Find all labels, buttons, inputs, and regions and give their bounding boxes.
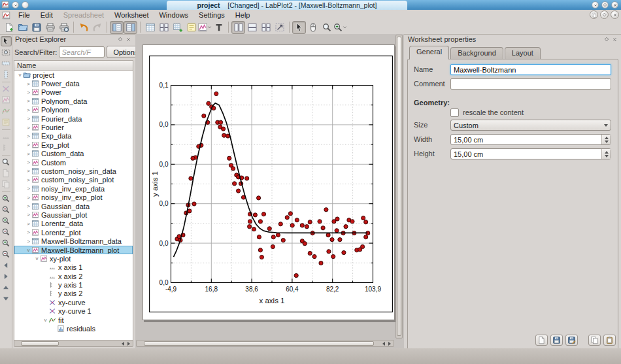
tree-item-custom-noisy-sin-data[interactable]: >custom_noisy_sin_data bbox=[14, 167, 133, 175]
menu-help[interactable]: Help bbox=[230, 10, 256, 20]
tree-item-custom-data[interactable]: >Custom_data bbox=[14, 150, 133, 158]
template-edit-button[interactable] bbox=[565, 335, 578, 346]
expand-icon[interactable]: > bbox=[25, 186, 31, 191]
template-load-button[interactable] bbox=[535, 335, 548, 346]
tree-item-project[interactable]: vproject bbox=[14, 71, 133, 79]
window-pin-button[interactable] bbox=[22, 1, 29, 8]
expand-icon[interactable]: > bbox=[25, 221, 31, 227]
tree-item-y-axis-1[interactable]: y axis 1 bbox=[14, 280, 133, 289]
worksheet-hscrollbar[interactable] bbox=[136, 340, 394, 347]
expand-icon[interactable]: > bbox=[25, 81, 31, 87]
select-button[interactable] bbox=[1, 36, 12, 46]
tree-column-header[interactable]: Name bbox=[14, 60, 133, 71]
tree-item-xy-curve[interactable]: xy-curve bbox=[14, 298, 133, 306]
collapse-icon[interactable]: v bbox=[17, 72, 23, 78]
select-mode-button[interactable] bbox=[292, 21, 306, 34]
new-matrix-button[interactable] bbox=[157, 21, 171, 34]
shift-up-y-button[interactable] bbox=[1, 282, 12, 293]
expand-icon[interactable]: > bbox=[25, 159, 31, 165]
window-shade-button[interactable] bbox=[12, 1, 19, 8]
navigate-mode-button[interactable] bbox=[306, 21, 320, 34]
tab-background[interactable]: Background bbox=[450, 47, 503, 59]
new-spreadsheet-button[interactable] bbox=[143, 21, 157, 34]
menu-worksheet[interactable]: Worksheet bbox=[109, 10, 154, 20]
expand-icon[interactable]: > bbox=[25, 142, 31, 148]
shift-right-x-button[interactable] bbox=[1, 271, 12, 282]
tree-item-residuals[interactable]: residuals bbox=[14, 324, 133, 333]
zoom-out-x-button[interactable] bbox=[1, 227, 12, 237]
scroll-right-icon[interactable] bbox=[388, 342, 391, 346]
tree-item-fourier-data[interactable]: >Fourier_data bbox=[14, 114, 133, 123]
zoom-select-mode-button[interactable] bbox=[320, 21, 333, 34]
tree-item-gaussian-data[interactable]: >Gaussian_data bbox=[14, 202, 133, 210]
toggle-project-explorer-button[interactable] bbox=[110, 21, 124, 34]
tree-item-fit[interactable]: vfit bbox=[14, 316, 133, 324]
toggle-properties-explorer-button[interactable] bbox=[124, 21, 137, 34]
tree-item-lorentz-data[interactable]: >Lorentz_data bbox=[14, 220, 133, 228]
comment-input[interactable] bbox=[450, 78, 611, 90]
mdi-close-button[interactable] bbox=[611, 10, 619, 19]
tree-item-gaussian-plot[interactable]: >Gaussian_plot bbox=[14, 210, 133, 219]
expand-icon[interactable]: > bbox=[25, 151, 31, 157]
expand-icon[interactable]: > bbox=[25, 125, 31, 131]
menu-settings[interactable]: Settings bbox=[193, 10, 230, 20]
tree-item-y-axis-2[interactable]: y axis 2 bbox=[14, 290, 133, 298]
tree-item-x-axis-1[interactable]: x axis 1 bbox=[14, 263, 133, 272]
shift-down-y-button[interactable] bbox=[1, 293, 12, 304]
new-text-label-button[interactable] bbox=[212, 21, 226, 34]
tree-item-noisy-inv-exp-plot[interactable]: >noisy_inv_exp_plot bbox=[14, 193, 133, 201]
paste-properties-button[interactable] bbox=[603, 335, 616, 346]
expand-icon[interactable]: > bbox=[25, 133, 31, 139]
close-dock-icon[interactable] bbox=[611, 35, 618, 43]
scrollbar-thumb[interactable] bbox=[397, 37, 401, 336]
vertical-layout-button[interactable] bbox=[231, 21, 245, 34]
minimize-button[interactable] bbox=[592, 1, 599, 8]
expand-icon[interactable]: > bbox=[25, 116, 31, 122]
expand-icon[interactable]: > bbox=[25, 239, 31, 244]
template-save-button[interactable] bbox=[550, 335, 563, 346]
zoom-x-select-button[interactable] bbox=[1, 58, 12, 69]
float-dock-icon[interactable] bbox=[603, 35, 611, 43]
chevron-down-icon[interactable] bbox=[342, 24, 348, 30]
tree-item-noisy-inv-exp-data[interactable]: >noisy_inv_exp_data bbox=[14, 184, 133, 193]
collapse-icon[interactable]: v bbox=[25, 247, 31, 253]
search-input[interactable] bbox=[59, 46, 105, 58]
tree-item-fourier[interactable]: >Fourier bbox=[14, 123, 133, 131]
rescale-checkbox[interactable] bbox=[450, 108, 459, 117]
project-tree-hscrollbar[interactable] bbox=[14, 340, 133, 347]
expand-icon[interactable]: > bbox=[25, 195, 31, 201]
scroll-left-icon[interactable] bbox=[122, 342, 124, 346]
break-layout-button[interactable] bbox=[273, 21, 286, 34]
grid-layout-button[interactable] bbox=[259, 21, 273, 34]
expand-icon[interactable]: > bbox=[25, 168, 31, 174]
tree-item-exp-data[interactable]: >Exp_data bbox=[14, 132, 133, 141]
undo-button[interactable] bbox=[76, 21, 90, 34]
float-dock-icon[interactable] bbox=[116, 35, 124, 43]
spinner-arrows-icon[interactable] bbox=[601, 149, 611, 159]
copy-properties-button[interactable] bbox=[588, 335, 601, 346]
tab-layout[interactable]: Layout bbox=[505, 47, 541, 59]
spinner-arrows-icon[interactable] bbox=[601, 135, 611, 144]
open-project-button[interactable] bbox=[16, 21, 29, 34]
expand-icon[interactable]: > bbox=[25, 90, 31, 95]
tree-item-xy-plot[interactable]: vxy-plot bbox=[14, 254, 133, 263]
menu-file[interactable]: File bbox=[13, 10, 35, 20]
menu-windows[interactable]: Windows bbox=[154, 10, 193, 20]
mdi-maximize-button[interactable] bbox=[600, 10, 609, 19]
expand-icon[interactable]: > bbox=[25, 177, 31, 183]
new-worksheet-button[interactable] bbox=[171, 21, 184, 34]
scrollbar-thumb[interactable] bbox=[144, 341, 374, 346]
new-datapicker-button[interactable] bbox=[198, 21, 212, 34]
close-button[interactable] bbox=[611, 1, 618, 8]
tree-item-exp-plot[interactable]: >Exp_plot bbox=[14, 141, 133, 149]
tree-item-maxwell-boltzmann-data[interactable]: >Maxwell-Boltzmann_data bbox=[14, 237, 133, 245]
size-select[interactable]: Custom bbox=[450, 120, 611, 131]
expand-icon[interactable]: > bbox=[25, 107, 31, 113]
expand-icon[interactable]: > bbox=[25, 203, 31, 209]
worksheet-vscrollbar[interactable] bbox=[395, 35, 403, 339]
scroll-right-icon[interactable] bbox=[127, 342, 130, 346]
print-button[interactable] bbox=[43, 21, 57, 34]
plot-canvas[interactable]: 0,10,00,00,00,00,0-4,916,838,660,482,210… bbox=[149, 56, 393, 312]
tree-item-lorentz-plot[interactable]: >Lorentz_plot bbox=[14, 228, 133, 237]
collapse-icon[interactable]: v bbox=[34, 256, 40, 261]
